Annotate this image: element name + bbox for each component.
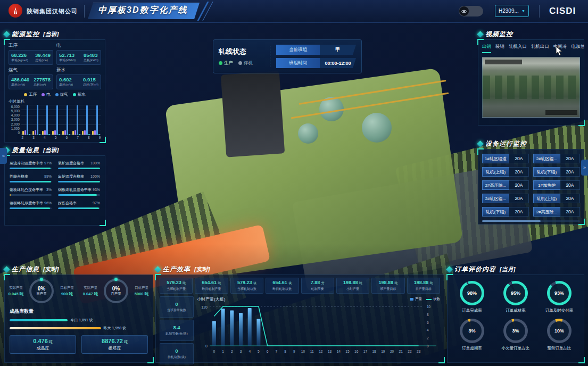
scrollbar-thumb[interactable] xyxy=(482,220,541,222)
info-chip-value: 甲 xyxy=(320,45,356,55)
line-status-left: 轧线状态 生产停机 xyxy=(219,47,264,66)
efficiency-cards: 579.23 吨当班轧制产量654.61 吨昨日轧制产量579.23 块当班轧制… xyxy=(155,274,444,294)
panel-production-body: 实际产量0.045 吨0%日产量目标产量900 吨实际产量0.047 吨0%月产… xyxy=(4,274,153,363)
status-legend-item: 生产 xyxy=(219,60,233,66)
svg-text:10: 10 xyxy=(427,305,431,309)
order-donut-cell: 95%订单成材率 xyxy=(495,281,536,313)
donut-label: 订单成材率 xyxy=(506,308,526,313)
donut-label: 订单及时交付率 xyxy=(545,308,574,313)
card-value: 579.23 块 xyxy=(237,280,256,286)
bar xyxy=(92,131,94,135)
bar xyxy=(42,131,44,135)
eye-icon xyxy=(459,6,469,16)
equipment-name-button[interactable]: 1#加热炉 xyxy=(533,180,560,190)
svg-text:0: 0 xyxy=(213,350,216,353)
status-legend-label: 生产 xyxy=(224,60,233,66)
video-machinery xyxy=(483,76,579,99)
card-label: 昨日轧制产量 xyxy=(202,287,221,292)
equipment-item: 轧机(上辊)20A xyxy=(533,194,580,203)
stat-value: 0.047 吨 xyxy=(83,292,98,297)
video-tab-轧机出口[interactable]: 轧机出口 xyxy=(531,44,549,53)
line-select-dropdown[interactable]: H2309... ▼ xyxy=(495,5,529,17)
equipment-name-button[interactable]: 轧机(上辊) xyxy=(533,194,560,203)
bar xyxy=(32,131,34,135)
left-collapse-handle[interactable]: « xyxy=(0,148,7,164)
bar xyxy=(94,130,96,135)
efficiency-card: 7.88 分轧制节奏 xyxy=(301,278,334,294)
energy-chart-xaxis: 23456789 xyxy=(17,136,105,139)
header-divider xyxy=(84,5,85,18)
gauge-percent: 0% xyxy=(112,286,120,292)
side-stat-label: 轧制节奏(分/块) xyxy=(165,331,188,336)
panel-title-text: 订单评价内容 xyxy=(454,265,496,274)
quality-items: 层流冷却温度命中率97%装炉温度合格率100%性能合格率99%出炉温度合格率10… xyxy=(4,155,105,209)
energy-stat-value: 52.713 xyxy=(59,52,76,58)
card-value: 579.23 吨 xyxy=(167,280,186,286)
video-tab-轧机入口[interactable]: 轧机入口 xyxy=(509,44,527,53)
gauge-left-stat: 实际产量0.045 吨 xyxy=(5,286,27,297)
equipment-name-button[interactable]: 2#轧区辊... xyxy=(533,154,560,163)
svg-text:17: 17 xyxy=(363,350,368,353)
efficiency-side-stat: 0待轧块数(块) xyxy=(160,343,194,364)
equipment-name-button[interactable]: 2#轧区辊... xyxy=(482,194,509,203)
efficiency-card: 579.23 吨当班轧制产量 xyxy=(160,278,193,294)
card-label: 日产量目标 xyxy=(416,287,432,292)
efficiency-chart-svg-holder: 1200108642001234567891011121314151617181… xyxy=(197,302,440,360)
bar xyxy=(29,134,30,135)
stat-value: 5000 吨 xyxy=(135,292,148,297)
visibility-toggle[interactable] xyxy=(459,6,483,16)
equipment-current-value: 20A xyxy=(560,154,580,163)
energy-stat-group-label: 煤气 xyxy=(9,67,53,73)
top-header: 陕钢集团汉钢公司 中厚板3D数字化产线 H2309... ▼ CISDI xyxy=(0,0,588,23)
quality-item: 探伤合格率97% xyxy=(58,201,100,209)
order-donuts: 98%订单完成率95%订单成材率93%订单及时交付率3%订单超期率3%小欠量订单… xyxy=(447,274,584,351)
energy-chart-plot xyxy=(21,105,101,135)
equipment-name-button[interactable]: 轧机(下辊) xyxy=(482,207,509,217)
panel-equipment-title: 设备运行监控 xyxy=(478,139,584,148)
donut-percent: 98% xyxy=(467,290,477,296)
bar xyxy=(35,130,36,135)
equipment-item: 轧机(上辊)20A xyxy=(482,167,529,177)
y-tick: 6,000 xyxy=(11,105,20,109)
equipment-current-value: 20A xyxy=(509,167,529,177)
inventory-bar xyxy=(10,319,68,321)
legend-bar-icon xyxy=(410,298,413,301)
video-tab-出钢[interactable]: 出钢 xyxy=(482,44,491,53)
box-label: 成品库 xyxy=(37,345,49,351)
legend-label: 块数 xyxy=(433,297,440,302)
equipment-name-button[interactable]: 轧机(上辊) xyxy=(482,167,509,177)
equipment-scrollbar[interactable] xyxy=(482,220,580,222)
efficiency-card: 198.88 吨日产量目标 xyxy=(407,278,440,294)
donut-percent: 3% xyxy=(512,328,519,334)
video-tab-电加热[interactable]: 电加热 xyxy=(572,44,585,53)
svg-text:7: 7 xyxy=(276,350,278,353)
equipment-name-button[interactable]: 2#高压除... xyxy=(482,180,509,190)
donut-percent: 95% xyxy=(511,290,520,296)
inventory-summary-box: 8876.72吨板坯库 xyxy=(81,335,148,354)
production-gauge-group: 实际产量0.047 吨0%月产量目标产量5000 吨 xyxy=(80,279,152,303)
video-feed[interactable] xyxy=(482,57,580,118)
donut-ring: 93% xyxy=(547,281,572,305)
quality-item-head: 性能合格率99% xyxy=(10,174,52,179)
efficiency-card: 198.88 吨小时产量 xyxy=(336,278,369,294)
right-collapse-handle[interactable]: » xyxy=(581,160,588,176)
svg-text:0: 0 xyxy=(427,344,429,348)
quality-progress-track xyxy=(58,168,100,169)
equipment-name-button[interactable]: 2#高压除... xyxy=(533,207,560,217)
info-chip-value: 00:00-12:00 xyxy=(320,58,356,68)
panel-orders-body: 98%订单完成率95%订单成材率93%订单及时交付率3%订单超期率3%小欠量订单… xyxy=(447,274,584,363)
equipment-name-button[interactable]: 1#轧区辊道 xyxy=(482,154,509,163)
status-dot-icon xyxy=(238,61,242,65)
y-tick: 1,000 xyxy=(11,127,20,130)
equipment-name-button[interactable]: 轧机(下辊) xyxy=(533,167,560,177)
panel-orders: 订单评价内容 [当月] 98%订单完成率95%订单成材率93%订单及时交付率3%… xyxy=(447,265,584,363)
video-tab-装钢[interactable]: 装钢 xyxy=(495,44,504,53)
quality-item-head: 探伤合格率97% xyxy=(58,201,100,206)
quality-item-head: 层流冷却温度命中率97% xyxy=(10,161,52,166)
energy-stat-unit: 单耗(m³/t) xyxy=(59,82,73,87)
legend-label: 工序 xyxy=(29,92,37,97)
line-status-chips: 当前班组甲班组时间00:00-12:00 xyxy=(276,45,356,68)
company-name: 陕钢集团汉钢公司 xyxy=(27,7,78,15)
panel-title-text: 生产效率 xyxy=(163,265,191,274)
bar-group xyxy=(72,105,80,135)
